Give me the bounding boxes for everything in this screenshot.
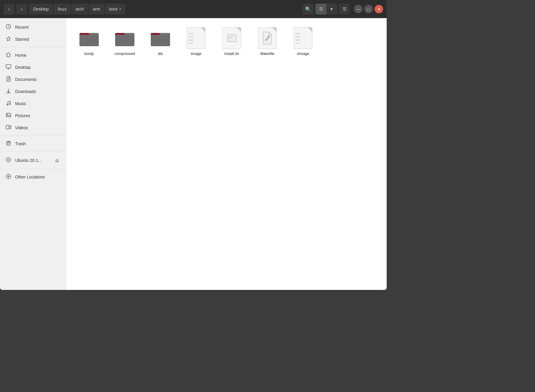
svg-rect-2: [6, 65, 11, 68]
close-icon: ✕: [377, 7, 381, 11]
sidebar-music-label: Music: [15, 101, 26, 106]
documents-icon: [5, 76, 11, 83]
file-name-dts: dts: [158, 51, 163, 56]
sidebar-divider-3: [0, 152, 66, 152]
sidebar-trash-label: Trash: [15, 141, 26, 146]
starred-icon: [5, 36, 11, 43]
list-item[interactable]: >_ install.sh: [215, 24, 248, 59]
breadcrumb: Desktop linux arch arm boot ▾: [29, 4, 298, 14]
pictures-icon: [5, 112, 11, 119]
downloads-icon: [5, 88, 11, 95]
file-area: bootp compressed: [66, 18, 387, 290]
sidebar-divider-4: [0, 169, 66, 169]
home-icon: [5, 52, 11, 59]
titlebar: ‹ › Desktop linux arch arm boot ▾ 🔍 ☰ ▾ …: [0, 0, 387, 18]
svg-text:>_: >_: [228, 39, 231, 42]
sidebar-documents-label: Documents: [15, 77, 37, 82]
file-manager-window: ‹ › Desktop linux arch arm boot ▾ 🔍 ☰ ▾ …: [0, 0, 387, 290]
maximize-button[interactable]: □: [364, 5, 373, 13]
breadcrumb-dropdown-icon: ▾: [119, 7, 121, 11]
sort-icon: ▾: [330, 6, 333, 12]
breadcrumb-desktop[interactable]: Desktop: [29, 4, 53, 14]
window-controls: — □ ✕: [354, 5, 383, 13]
trash-icon: [5, 140, 11, 147]
breadcrumb-arch[interactable]: arch: [71, 4, 88, 14]
maximize-icon: □: [367, 7, 370, 11]
svg-rect-26: [79, 35, 99, 46]
eject-button[interactable]: [53, 156, 61, 164]
svg-rect-30: [151, 35, 170, 46]
svg-rect-28: [115, 35, 134, 46]
sidebar-videos-label: Videos: [15, 125, 28, 130]
sidebar-item-videos[interactable]: Videos: [0, 122, 66, 134]
sidebar-downloads-label: Downloads: [15, 89, 36, 94]
sidebar-other-locations-label: Other Locations: [15, 175, 45, 179]
sidebar-item-music[interactable]: Music: [0, 98, 66, 110]
svg-point-13: [7, 114, 8, 115]
breadcrumb-linux[interactable]: linux: [53, 4, 71, 14]
menu-icon: ☰: [343, 6, 346, 12]
sidebar: Recent Starred Home: [0, 18, 66, 290]
sidebar-item-starred[interactable]: Starred: [0, 33, 66, 45]
breadcrumb-arm[interactable]: arm: [89, 4, 104, 14]
folder-bootp-icon: [78, 27, 100, 49]
videos-icon: [5, 124, 11, 131]
sidebar-divider-1: [0, 47, 66, 47]
other-locations-icon: [5, 174, 11, 180]
search-button[interactable]: 🔍: [303, 4, 314, 14]
view-toggle-group: ☰ ▾: [315, 4, 337, 14]
sidebar-ubuntu-label: Ubuntu 20.1...: [15, 158, 42, 163]
breadcrumb-boot[interactable]: boot ▾: [105, 4, 125, 14]
list-view-icon: ☰: [319, 6, 323, 12]
sidebar-desktop-label: Desktop: [15, 65, 31, 70]
nav-forward-button[interactable]: ›: [16, 4, 27, 14]
makefile-icon: [256, 27, 278, 49]
sidebar-home-label: Home: [15, 53, 26, 58]
list-item[interactable]: Makefile: [251, 24, 284, 59]
file-name-image: Image: [191, 51, 201, 56]
sidebar-item-desktop[interactable]: Desktop: [0, 61, 66, 73]
sidebar-item-downloads[interactable]: Downloads: [0, 85, 66, 98]
list-item[interactable]: 0100001010010110 zImage: [286, 24, 320, 59]
sidebar-divider-2: [0, 136, 66, 136]
svg-rect-12: [6, 113, 11, 117]
sidebar-item-recent[interactable]: Recent: [0, 21, 66, 33]
list-item[interactable]: 0100001010010110 Image: [179, 24, 213, 59]
ubuntu-disk-icon: [5, 157, 11, 164]
file-name-compressed: compressed: [114, 51, 135, 56]
file-name-makefile: Makefile: [260, 51, 275, 56]
svg-point-10: [7, 104, 8, 105]
close-button[interactable]: ✕: [375, 5, 383, 13]
list-view-button[interactable]: ☰: [315, 4, 326, 14]
desktop-icon: [5, 64, 11, 71]
nav-back-button[interactable]: ‹: [4, 4, 15, 14]
minimize-button[interactable]: —: [354, 5, 363, 13]
list-item[interactable]: compressed: [108, 24, 141, 59]
menu-button[interactable]: ☰: [339, 4, 350, 14]
svg-point-18: [6, 158, 11, 162]
sort-button[interactable]: ▾: [326, 4, 337, 14]
list-item[interactable]: dts: [144, 24, 177, 59]
sidebar-item-pictures[interactable]: Pictures: [0, 110, 66, 122]
svg-marker-1: [6, 37, 11, 41]
sidebar-pictures-label: Pictures: [15, 113, 31, 118]
binary-zimage-icon: 0100001010010110: [292, 27, 314, 49]
file-name-install-sh: install.sh: [224, 51, 239, 56]
minimize-icon: —: [356, 7, 360, 11]
file-name-bootp: bootp: [84, 51, 94, 56]
music-icon: [5, 100, 11, 107]
svg-point-11: [9, 104, 11, 105]
sidebar-item-ubuntu[interactable]: Ubuntu 20.1...: [0, 154, 66, 167]
svg-marker-20: [56, 159, 59, 161]
file-name-zimage: zImage: [297, 51, 309, 56]
recent-icon: [5, 24, 11, 31]
sidebar-item-other-locations[interactable]: Other Locations: [0, 171, 66, 183]
sidebar-item-trash[interactable]: Trash: [0, 138, 66, 150]
folder-dts-icon: [150, 27, 171, 49]
search-icon: 🔍: [305, 6, 311, 12]
sidebar-item-documents[interactable]: Documents: [0, 73, 66, 85]
svg-rect-14: [6, 125, 9, 129]
sidebar-item-home[interactable]: Home: [0, 49, 66, 61]
list-item[interactable]: bootp: [73, 24, 106, 59]
binary-image-icon: 0100001010010110: [185, 27, 207, 49]
